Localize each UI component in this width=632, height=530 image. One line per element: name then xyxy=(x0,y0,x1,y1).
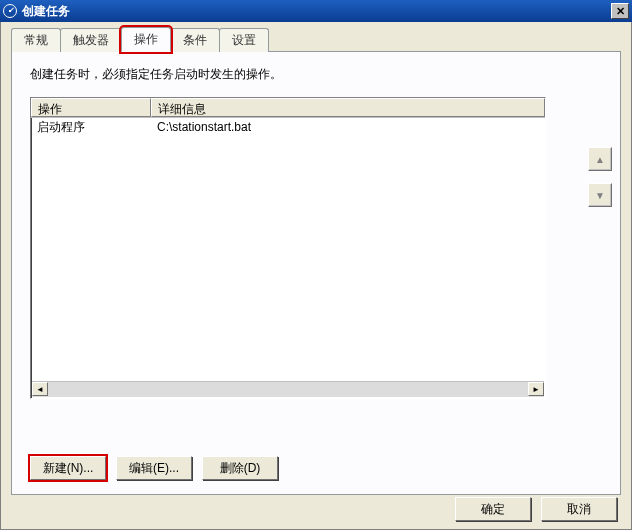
window-title: 创建任务 xyxy=(22,3,611,20)
reorder-buttons: ▲ ▼ xyxy=(588,147,612,207)
panel-description: 创建任务时，必须指定任务启动时发生的操作。 xyxy=(30,66,602,83)
chevron-up-icon: ▲ xyxy=(595,154,605,165)
titlebar: 创建任务 ✕ xyxy=(0,0,632,22)
list-header: 操作 详细信息 xyxy=(31,98,545,118)
chevron-down-icon: ▼ xyxy=(595,190,605,201)
actions-panel: 创建任务时，必须指定任务启动时发生的操作。 操作 详细信息 启动程序 C:\st… xyxy=(11,51,621,495)
scroll-left-icon[interactable]: ◄ xyxy=(32,382,48,396)
col-detail[interactable]: 详细信息 xyxy=(151,98,545,117)
cell-detail: C:\stationstart.bat xyxy=(151,119,545,135)
dialog-footer: 确定 取消 xyxy=(455,497,617,521)
actions-list-wrap: 操作 详细信息 启动程序 C:\stationstart.bat ◄ ► ▲ ▼ xyxy=(30,97,570,399)
new-button[interactable]: 新建(N)... xyxy=(30,456,106,480)
move-down-button[interactable]: ▼ xyxy=(588,183,612,207)
col-action[interactable]: 操作 xyxy=(31,98,151,117)
tab-settings[interactable]: 设置 xyxy=(219,28,269,52)
scroll-right-icon[interactable]: ► xyxy=(528,382,544,396)
horizontal-scrollbar[interactable]: ◄ ► xyxy=(32,381,544,397)
clock-icon xyxy=(3,4,17,18)
list-row[interactable]: 启动程序 C:\stationstart.bat xyxy=(31,118,545,136)
actions-list[interactable]: 操作 详细信息 启动程序 C:\stationstart.bat ◄ ► xyxy=(30,97,546,399)
cancel-button[interactable]: 取消 xyxy=(541,497,617,521)
close-button[interactable]: ✕ xyxy=(611,3,629,19)
move-up-button[interactable]: ▲ xyxy=(588,147,612,171)
tab-triggers[interactable]: 触发器 xyxy=(60,28,122,52)
cell-action: 启动程序 xyxy=(31,118,151,137)
tab-conditions[interactable]: 条件 xyxy=(170,28,220,52)
action-buttons: 新建(N)... 编辑(E)... 删除(D) xyxy=(30,456,278,480)
delete-button[interactable]: 删除(D) xyxy=(202,456,278,480)
tab-actions[interactable]: 操作 xyxy=(121,27,171,52)
tab-general[interactable]: 常规 xyxy=(11,28,61,52)
tab-strip: 常规 触发器 操作 条件 设置 xyxy=(11,30,268,52)
ok-button[interactable]: 确定 xyxy=(455,497,531,521)
dialog-body: 常规 触发器 操作 条件 设置 创建任务时，必须指定任务启动时发生的操作。 操作… xyxy=(0,22,632,530)
edit-button[interactable]: 编辑(E)... xyxy=(116,456,192,480)
